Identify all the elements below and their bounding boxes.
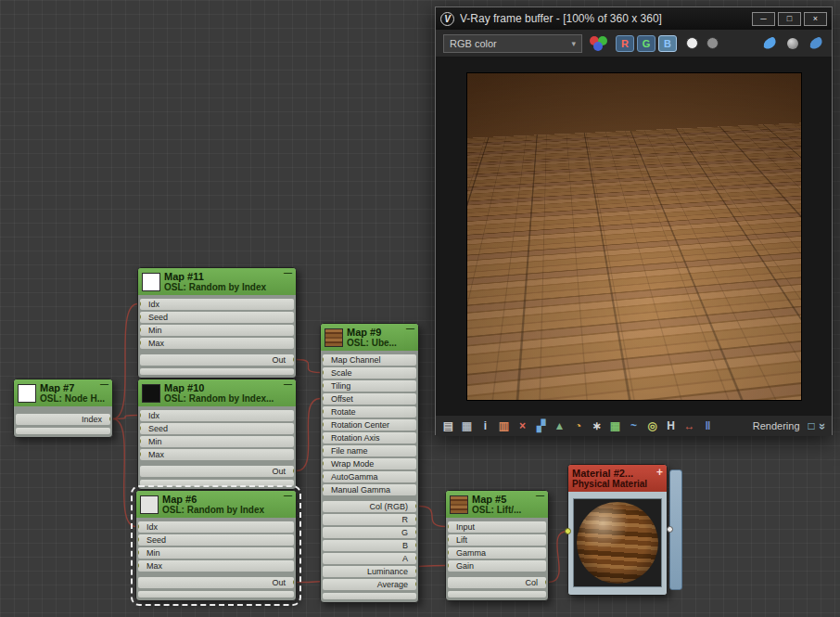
input-slot-max[interactable] [140, 451, 141, 457]
alpha-channel-button[interactable] [704, 35, 720, 52]
collapse-icon[interactable]: — [100, 379, 108, 389]
region-render-icon[interactable]: □ [808, 419, 815, 432]
connection-wire[interactable] [297, 399, 321, 471]
force-color-clamping-icon[interactable] [762, 36, 777, 49]
maximize-button[interactable]: □ [778, 12, 801, 26]
collapse-icon[interactable]: — [284, 491, 292, 500]
channel-select-dropdown[interactable]: RGB color ▾ [443, 34, 582, 53]
close-button[interactable]: × [804, 12, 827, 26]
blue-channel-button[interactable]: B [658, 35, 677, 52]
green-channel-button[interactable]: G [637, 35, 655, 52]
node-side-panel[interactable] [669, 469, 682, 590]
stop-render-icon[interactable]: × [515, 416, 529, 436]
output-slot-col[interactable] [545, 579, 546, 585]
node-header[interactable]: Material #2...Physical Material+ [568, 465, 667, 492]
connection-wire[interactable] [113, 419, 136, 527]
rgb-channels-icon[interactable] [589, 35, 609, 52]
input-slot-max[interactable] [140, 340, 141, 346]
expand-panel-icon[interactable]: » [816, 422, 830, 429]
output-slot-a[interactable] [415, 555, 416, 561]
node-header[interactable]: Map #9OSL: Ube...— [321, 324, 418, 351]
mono-channel-button[interactable] [683, 35, 700, 52]
input-slot-lift[interactable] [448, 536, 449, 543]
view-clamped-colors-icon[interactable] [808, 36, 823, 49]
curve-editor-icon[interactable]: ~ [627, 416, 641, 436]
node-material2[interactable]: Material #2...Physical Material+ [567, 464, 668, 596]
input-slot-min[interactable] [138, 549, 139, 556]
histogram-icon[interactable]: H [664, 416, 678, 436]
node-header[interactable]: Map #11OSL: Random by Index— [138, 268, 296, 295]
minimize-button[interactable]: ─ [752, 12, 775, 26]
collapse-icon[interactable]: — [536, 491, 544, 500]
node-header[interactable]: Map #7OSL: Node H...— [14, 379, 112, 406]
save-image-icon[interactable]: ▤ [441, 416, 455, 436]
output-slot-r[interactable] [415, 516, 416, 522]
rendered-image[interactable] [466, 72, 802, 401]
material-preview[interactable] [573, 498, 662, 587]
input-slot-min[interactable] [140, 327, 141, 333]
input-slot-map-channel[interactable] [323, 356, 324, 363]
input-slot-material[interactable] [565, 528, 571, 534]
input-slot-idx[interactable] [140, 412, 141, 418]
input-slot-offset[interactable] [323, 395, 324, 402]
output-slot-b[interactable] [415, 542, 416, 548]
input-slot-gamma[interactable] [448, 549, 449, 556]
expand-icon[interactable]: + [656, 466, 663, 479]
input-slot-autogamma[interactable] [323, 473, 324, 480]
stamp-icon[interactable]: ‖ [701, 416, 715, 436]
node-map10[interactable]: Map #10OSL: Random by Index...—IdxSeedMi… [137, 379, 297, 490]
collapse-icon[interactable]: — [284, 379, 292, 389]
connection-wire[interactable] [419, 507, 446, 527]
connection-wire[interactable] [113, 304, 138, 419]
vfb-window[interactable]: V V-Ray frame buffer - [100% of 360 x 36… [435, 6, 833, 435]
output-slot-out[interactable] [293, 579, 294, 585]
node-header[interactable]: Map #6OSL: Random by Index— [136, 491, 296, 518]
input-slot-input[interactable] [448, 523, 449, 530]
input-slot-idx[interactable] [140, 301, 141, 307]
image-history-icon[interactable]: ▲ [553, 416, 566, 436]
output-slot-out[interactable] [293, 468, 294, 474]
input-slot-rotation-axis[interactable] [323, 434, 324, 441]
input-slot-max[interactable] [138, 562, 139, 569]
input-slot-rotate[interactable] [323, 408, 324, 415]
compare-images-icon[interactable]: ▞ [534, 416, 548, 436]
output-slot-col-rgb[interactable] [415, 503, 416, 509]
output-slot-g[interactable] [415, 529, 416, 535]
collapse-icon[interactable]: — [284, 268, 292, 277]
input-slot-file-name[interactable] [323, 447, 324, 454]
lens-star-icon[interactable]: ∗ [590, 416, 604, 436]
node-map7[interactable]: Map #7OSL: Node H...—Index [13, 379, 113, 438]
input-slot-seed[interactable] [140, 425, 141, 431]
input-slot-rotation-center[interactable] [323, 421, 324, 428]
node-map6[interactable]: Map #6OSL: Random by Index—IdxSeedMinMax… [135, 490, 297, 601]
color-corrections-icon[interactable]: ▥ [497, 416, 511, 436]
connection-wire[interactable] [297, 360, 321, 373]
vfb-titlebar[interactable]: V V-Ray frame buffer - [100% of 360 x 36… [436, 7, 832, 30]
node-map11[interactable]: Map #11OSL: Random by Index—IdxSeedMinMa… [137, 267, 297, 379]
node-header[interactable]: Map #5OSL: Lift/...— [446, 491, 548, 518]
output-slot-index[interactable] [109, 416, 110, 422]
output-slot-material[interactable] [667, 526, 673, 533]
input-slot-tiling[interactable] [323, 382, 324, 389]
input-slot-min[interactable] [140, 438, 141, 444]
lens-effects-icon[interactable]: ◎ [645, 416, 659, 436]
info-icon[interactable]: i [478, 416, 492, 436]
input-slot-gain[interactable] [448, 562, 449, 569]
node-header[interactable]: Map #10OSL: Random by Index...— [138, 379, 296, 406]
collapse-icon[interactable]: — [406, 324, 414, 333]
output-slot-out[interactable] [293, 356, 294, 363]
input-slot-seed[interactable] [140, 314, 141, 320]
clear-image-icon[interactable]: ▦ [460, 416, 474, 436]
node-map9[interactable]: Map #9OSL: Ube...—Map ChannelScaleTiling… [320, 323, 419, 603]
output-slot-average[interactable] [415, 581, 416, 587]
input-slot-seed[interactable] [138, 536, 139, 543]
input-slot-scale[interactable] [323, 369, 324, 376]
connection-wire[interactable] [549, 532, 568, 583]
pie-stats-icon[interactable]: ◔ [571, 416, 585, 436]
connection-wire[interactable] [113, 416, 138, 419]
input-slot-wrap-mode[interactable] [323, 460, 324, 467]
region-grid-icon[interactable]: ▦ [608, 416, 622, 436]
pixel-info-icon[interactable] [787, 38, 798, 49]
output-slot-luminance[interactable] [415, 568, 416, 574]
input-slot-idx[interactable] [138, 523, 139, 530]
